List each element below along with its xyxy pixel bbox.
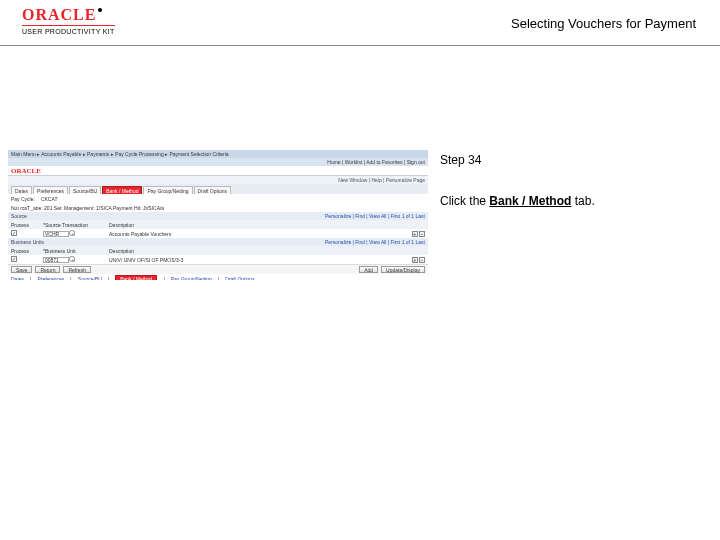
process-checkbox-2[interactable] [11,256,17,262]
lookup-icon[interactable] [69,230,75,236]
footer-tab-pay-group[interactable]: Pay Group/Netting [171,276,212,281]
delete-row-icon[interactable]: − [419,231,425,237]
footer-tab-dates[interactable]: Dates [11,276,24,281]
lookup-icon[interactable] [69,256,75,262]
tab-source-bu[interactable]: Source/BU [69,186,101,194]
col-process-2: Process [11,248,37,254]
footer-tab-draft-options[interactable]: Draft Options [225,276,254,281]
tab-preferences[interactable]: Preferences [33,186,68,194]
bu-input[interactable]: 00871 [43,257,69,263]
bu-desc: UNIV/ UNIV OF/SI OF PMOS/3-3 [109,257,183,263]
app-screenshot-thumbnail: Main Menu ▸ Accounts Payable ▸ Payments … [8,150,428,280]
paycycle-label: Pay Cycle: [11,196,35,202]
grid-bu-header: Business Units Personalize | Find | View… [8,238,428,246]
oracle-wordmark: ORACLE [22,6,115,24]
instruction-panel: Step 34 Click the Bank / Method tab. [440,152,690,211]
paycycle-row: Pay Cycle: CKCAT [8,194,428,203]
grid-bu-toolbar[interactable]: Personalize | Find | View All | First 1 … [325,238,428,246]
col-source-trans: *Source Transaction [43,222,103,228]
source-desc: Accounts Payable Vouchers [109,231,171,237]
oracle-logo: ORACLE USER PRODUCTIVITY KIT [22,6,115,35]
footer-tab-source-bu[interactable]: Source/BU [78,276,102,281]
content-area: Main Menu ▸ Accounts Payable ▸ Payments … [0,46,720,88]
grid-bu-row: 00871 UNIV/ UNIV OF/SI OF PMOS/3-3 + − [8,255,428,264]
breadcrumb-bar: Main Menu ▸ Accounts Payable ▸ Payments … [8,150,428,158]
delete-row-icon[interactable]: − [419,257,425,263]
tab-dates[interactable]: Dates [11,186,32,194]
grid-source-header: Source Personalize | Find | View All | F… [8,212,428,220]
source-trans-input[interactable]: VCHR [43,231,69,237]
top-links: Home | Worklist | Add to Favorites | Sig… [327,159,425,165]
refresh-button[interactable]: Refresh [63,266,91,273]
action-button-row: Save Return Refresh Add Update/Display [8,264,428,274]
paycycle-value: CKCAT [41,196,58,202]
grid-bu-title: Business Units [11,238,44,246]
grid-bu-columns: Process *Business Unit Description [8,246,428,255]
upk-subtitle: USER PRODUCTIVITY KIT [22,25,115,35]
breadcrumb: Main Menu ▸ Accounts Payable ▸ Payments … [11,151,229,157]
instr-target: Bank / Method [489,194,571,208]
add-row-icon[interactable]: + [412,231,418,237]
add-row-icon[interactable]: + [412,257,418,263]
tab-bank-method[interactable]: Bank / Method [102,186,142,194]
tab-draft-options[interactable]: Draft Options [194,186,231,194]
update-display-button[interactable]: Update/Display [381,266,425,273]
instruction-text: Click the Bank / Method tab. [440,193,690,210]
grid-source-columns: Process *Source Transaction Description [8,220,428,229]
main-tab-row: Dates Preferences Source/BU Bank / Metho… [8,184,428,194]
grid-source-row: VCHR Accounts Payable Vouchers + − [8,229,428,238]
grid-source-toolbar[interactable]: Personalize | Find | View All | First 1 … [325,212,428,220]
tab-pay-group-netting[interactable]: Pay Group/Netting [143,186,192,194]
page-title: Selecting Vouchers for Payment [511,16,696,31]
instr-suffix: tab. [571,194,594,208]
page-header: ORACLE USER PRODUCTIVITY KIT Selecting V… [0,0,720,46]
form-meta-row: Not rcaT_abe: 201 Set: Management: 1/SIC… [8,203,428,212]
app-brand-bar: ORACLE [8,166,428,176]
page-utility-links: New Window | Help | Personalize Page [8,176,428,184]
step-label: Step 34 [440,152,690,169]
footer-tab-preferences[interactable]: Preferences [37,276,64,281]
oracle-app-logo: ORACLE [11,167,41,175]
return-button[interactable]: Return [35,266,60,273]
top-links-bar: Home | Worklist | Add to Favorites | Sig… [8,158,428,166]
col-description-2: Description [109,248,134,254]
instr-prefix: Click the [440,194,489,208]
footer-tab-bank-method[interactable]: Bank / Method [115,275,157,280]
add-button[interactable]: Add [359,266,378,273]
process-checkbox[interactable] [11,230,17,236]
footer-tab-links: Dates| Preferences| Source/BU| Bank / Me… [8,274,428,280]
col-business-unit: *Business Unit [43,248,103,254]
col-description: Description [109,222,134,228]
col-process: Process [11,222,37,228]
save-button[interactable]: Save [11,266,32,273]
grid-source-title: Source [11,212,27,220]
